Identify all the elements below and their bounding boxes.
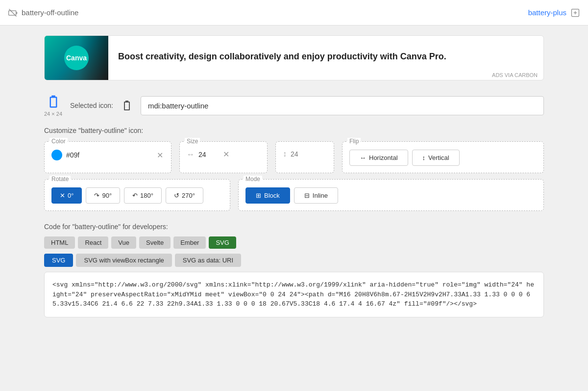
topbar-left-label: battery-off-outline: [22, 8, 78, 17]
battery-outline-icon: [46, 94, 61, 109]
rotate-270-button[interactable]: ↺ 270°: [166, 187, 203, 204]
color-input[interactable]: [66, 151, 152, 159]
size-input-row: ↔ ✕: [187, 150, 260, 159]
format-tab-svg[interactable]: SVG: [209, 236, 236, 249]
controls-row-2: Rotate ✕ 0° ↷ 90° ↶ 180° ↺: [44, 179, 544, 211]
flip-vertical-label: Vertical: [428, 154, 449, 161]
selected-label: Selected icon:: [70, 102, 113, 109]
selected-icon-preview: 24 × 24: [44, 94, 62, 117]
plus-box-icon: [570, 8, 580, 18]
mode-label: Mode: [244, 176, 262, 182]
code-block-text: <svg xmlns="http://www.w3.org/2000/svg" …: [52, 280, 536, 309]
size-control: Size ↔ ✕: [179, 141, 268, 173]
type-tab-svg-data[interactable]: SVG as data: URI: [175, 254, 241, 267]
topbar-right-label: battery-plus: [528, 8, 566, 17]
rotate-90-icon: ↷: [94, 192, 99, 199]
code-block[interactable]: <svg xmlns="http://www.w3.org/2000/svg" …: [44, 272, 544, 317]
canva-logo: Canva: [64, 46, 89, 70]
selected-icon-input[interactable]: [141, 96, 544, 115]
mode-block-label: Block: [264, 192, 280, 199]
size-label: Size: [185, 138, 200, 145]
code-type-tabs: SVG SVG with viewBox rectangle SVG as da…: [44, 254, 544, 267]
battery-off-outline-icon: [8, 8, 18, 18]
code-title: Code for "battery-outline" for developer…: [44, 223, 544, 231]
code-format-tabs: HTML React Vue Svelte Ember SVG: [44, 236, 544, 249]
format-tab-svelte[interactable]: Svelte: [139, 236, 171, 249]
topbar-left: battery-off-outline: [8, 8, 78, 18]
color-clear-button[interactable]: ✕: [156, 151, 164, 160]
flip-horizontal-label: Horizontal: [369, 154, 398, 161]
ad-content: Boost creativity, design collaboratively…: [108, 43, 492, 73]
size-height-control: Size ↕: [275, 141, 334, 173]
rotate-control: Rotate ✕ 0° ↷ 90° ↶ 180° ↺: [44, 179, 230, 211]
rotate-0-button[interactable]: ✕ 0°: [51, 187, 82, 204]
mode-inline-label: Inline: [313, 192, 328, 199]
resize-horizontal-icon: ↔: [187, 150, 195, 159]
topbar-right[interactable]: battery-plus: [528, 8, 580, 18]
mode-inline-button[interactable]: ⊟ Inline: [294, 187, 338, 204]
controls-grid: Color ✕ Size ↔ ✕ Size: [44, 141, 544, 211]
color-swatch[interactable]: [51, 150, 62, 160]
flip-horizontal-button[interactable]: ↔ Horizontal: [349, 150, 408, 166]
rotate-0-label: 0°: [68, 192, 74, 199]
size-clear-button[interactable]: ✕: [222, 150, 230, 159]
resize-vertical-icon: ↕: [283, 150, 287, 158]
flip-horizontal-icon: ↔: [360, 154, 366, 161]
flip-label: Flip: [347, 138, 361, 145]
ad-image: Canva: [45, 36, 108, 80]
ad-source: ADS VIA CARBON: [492, 68, 543, 80]
flip-buttons: ↔ Horizontal ↕ Vertical: [349, 150, 537, 166]
format-tab-vue[interactable]: Vue: [111, 236, 136, 249]
topbar: battery-off-outline battery-plus: [0, 0, 588, 26]
flip-vertical-icon: ↕: [422, 154, 426, 161]
selected-icon-size: 24 × 24: [44, 111, 62, 117]
flip-vertical-button[interactable]: ↕ Vertical: [412, 150, 460, 166]
rotate-90-button[interactable]: ↷ 90°: [86, 187, 120, 204]
flip-control: Flip ↔ Horizontal ↕ Vertical: [342, 141, 544, 173]
battery-outline-small-icon: [121, 100, 133, 111]
mode-block-icon: ⊞: [256, 192, 261, 199]
type-tab-svg[interactable]: SVG: [44, 254, 73, 267]
main-content: Canva Boost creativity, design collabora…: [24, 26, 564, 327]
color-control: Color ✕: [44, 141, 172, 173]
size-height-input-row: ↕: [283, 150, 327, 158]
controls-row-1: Color ✕ Size ↔ ✕ Size: [44, 141, 544, 173]
customize-title: Customize "battery-outline" icon:: [44, 127, 544, 134]
rotate-270-icon: ↺: [174, 192, 179, 199]
format-tab-html[interactable]: HTML: [44, 236, 75, 249]
format-tab-react[interactable]: React: [78, 236, 108, 249]
mode-buttons: ⊞ Block ⊟ Inline: [245, 187, 537, 204]
mode-block-button[interactable]: ⊞ Block: [245, 187, 290, 204]
format-tab-ember[interactable]: Ember: [173, 236, 206, 249]
rotate-90-label: 90°: [102, 192, 112, 199]
ad-headline: Boost creativity, design collaboratively…: [118, 51, 482, 63]
rotate-180-button[interactable]: ↶ 180°: [124, 187, 162, 204]
rotate-180-icon: ↶: [132, 192, 138, 199]
code-section: Code for "battery-outline" for developer…: [44, 223, 544, 317]
rotate-180-label: 180°: [140, 192, 153, 199]
type-tab-svg-viewbox[interactable]: SVG with viewBox rectangle: [76, 254, 172, 267]
rotate-label: Rotate: [49, 176, 71, 182]
rotate-0-icon: ✕: [60, 192, 65, 199]
rotate-270-label: 270°: [182, 192, 195, 199]
selected-row: 24 × 24 Selected icon:: [44, 94, 544, 117]
color-label: Color: [49, 138, 68, 145]
ad-banner[interactable]: Canva Boost creativity, design collabora…: [44, 35, 544, 80]
color-input-row: ✕: [51, 150, 164, 160]
mode-inline-icon: ⊟: [304, 192, 310, 199]
size-width-input[interactable]: [198, 151, 218, 158]
rotate-buttons: ✕ 0° ↷ 90° ↶ 180° ↺ 270°: [51, 187, 223, 204]
mode-control: Mode ⊞ Block ⊟ Inline: [238, 179, 544, 211]
size-height-input[interactable]: [291, 150, 310, 158]
